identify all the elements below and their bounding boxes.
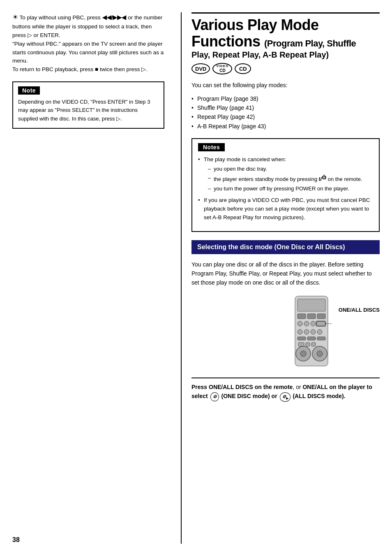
left-intro-text: ☀ To play without using PBC, press ◀◀/▶▶…: [12, 12, 164, 74]
svg-rect-17: [298, 343, 304, 346]
modes-list: Program Play (page 38) Shuffle Play (pag…: [191, 94, 380, 131]
svg-point-5: [297, 321, 302, 326]
main-title-part2: Functions: [191, 33, 260, 50]
right-column: Various Play Mode Functions (Program Pla…: [181, 12, 380, 544]
note-box: Note Depending on the VIDEO CD, "Press E…: [12, 81, 164, 128]
mode-item: Program Play (page 38): [191, 94, 380, 103]
mode-item: Shuffle Play (page 41): [191, 103, 380, 112]
svg-rect-18: [306, 343, 310, 346]
svg-rect-9: [316, 321, 325, 326]
bottom-section: Press ONE/ALL DISCS on the remote, or ON…: [191, 378, 380, 402]
all-discs-icon: ⊘▶: [280, 392, 291, 401]
cd-badge: CD: [235, 63, 251, 74]
svg-rect-2: [297, 314, 306, 319]
notes-box: Notes The play mode is canceled when: yo…: [191, 138, 380, 232]
main-title-part3: (Program Play, Shuffle: [264, 38, 356, 49]
svg-point-23: [317, 351, 323, 357]
svg-rect-16: [317, 337, 325, 340]
svg-rect-14: [297, 337, 306, 340]
notes-sublist-1: you open the disc tray. the player enter…: [204, 165, 373, 193]
note-box-text: Depending on the VIDEO CD, "Press ENTER"…: [18, 98, 159, 123]
svg-rect-15: [307, 337, 316, 340]
mode-item: A-B Repeat Play (page 43): [191, 122, 380, 131]
note-subitem: you open the disc tray.: [208, 165, 373, 173]
note-subitem: the player enters standby mode by pressi…: [208, 174, 373, 183]
notes-list: The play mode is canceled when: you open…: [198, 155, 373, 222]
main-title: Various Play Mode Functions (Program Pla…: [191, 12, 380, 49]
main-title-part1: Various Play Mode: [191, 16, 319, 33]
one-disc-icon: ⊘: [210, 392, 219, 401]
remote-area: ONE/ALL DISCS: [191, 294, 380, 369]
intro-text: You can set the following play modes:: [191, 81, 380, 90]
svg-point-11: [304, 329, 309, 334]
note-item-1: The play mode is canceled when: you open…: [198, 155, 373, 193]
svg-rect-3: [307, 314, 316, 319]
svg-point-7: [311, 321, 316, 326]
notes-box-title: Notes: [198, 143, 225, 151]
section-header: Selecting the disc mode (One Disc or All…: [191, 240, 380, 254]
note-box-title: Note: [18, 86, 40, 95]
svg-point-21: [300, 351, 306, 357]
svg-point-13: [317, 329, 322, 334]
vcd-badge: VIDEO CD: [212, 63, 232, 74]
remote-illustration: [291, 294, 332, 369]
note-item-2: If you are playing a VIDEO CD with PBC, …: [198, 196, 373, 222]
svg-point-10: [297, 329, 302, 334]
svg-rect-1: [297, 299, 325, 311]
mode-item: Repeat Play (page 42): [191, 112, 380, 121]
svg-rect-4: [317, 314, 325, 319]
page-number: 38: [12, 536, 20, 544]
svg-rect-19: [311, 343, 316, 346]
sub-title: Play, Repeat Play, A-B Repeat Play): [191, 50, 380, 60]
note-subitem: you turn the power off by pressing POWER…: [208, 185, 373, 193]
dvd-badge: DVD: [191, 63, 210, 74]
bottom-text: Press ONE/ALL DISCS on the remote, or ON…: [191, 382, 380, 402]
section-text: You can play one disc or all of the disc…: [191, 260, 380, 287]
svg-point-6: [304, 321, 309, 326]
one-all-label: ONE/ALL DISCS: [339, 306, 380, 314]
svg-point-12: [311, 329, 316, 334]
left-column: ☀ To play without using PBC, press ◀◀/▶▶…: [12, 12, 168, 544]
tip-icon: ☀: [12, 14, 18, 21]
disc-badges: DVD VIDEO CD CD: [191, 63, 380, 74]
